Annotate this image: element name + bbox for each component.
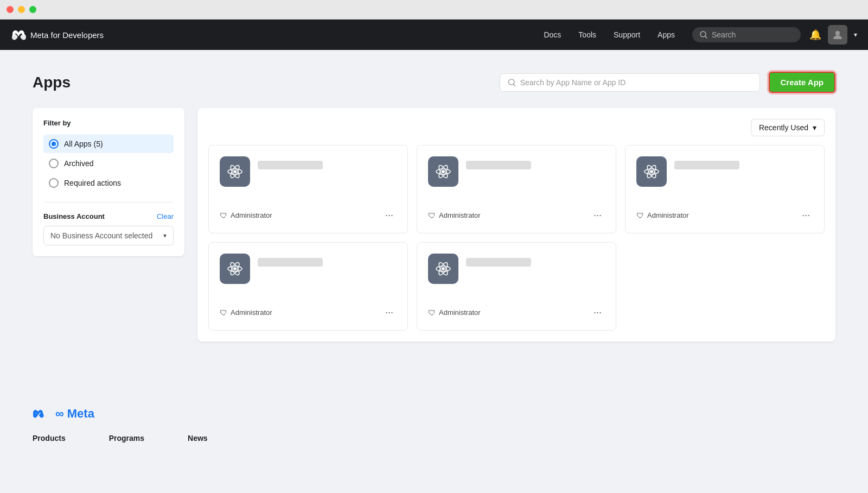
filter-label-all-apps: All Apps (5): [64, 140, 103, 148]
app-card-bottom: 🛡 Administrator ···: [428, 306, 605, 319]
app-icon: [428, 254, 458, 284]
body-layout: Filter by All Apps (5) Archived Required…: [33, 108, 835, 342]
topnav-search-input[interactable]: [712, 30, 793, 39]
avatar[interactable]: [828, 25, 847, 45]
filter-option-all-apps[interactable]: All Apps (5): [43, 135, 174, 153]
close-button[interactable]: [7, 6, 14, 13]
topnav-search-bar[interactable]: [692, 27, 801, 42]
nav-apps[interactable]: Apps: [658, 30, 675, 39]
radio-inner: [52, 142, 56, 146]
app-card[interactable]: 🛡 Administrator ···: [208, 145, 408, 233]
app-search-input[interactable]: [520, 78, 752, 87]
business-account-header: Business Account Clear: [43, 212, 174, 220]
sidebar-filter: Filter by All Apps (5) Archived Required…: [33, 108, 184, 256]
app-card-top: [428, 254, 605, 284]
main-content: Apps Create App Filter by All Apps (5): [0, 50, 868, 363]
app-card[interactable]: 🛡 Administrator ···: [625, 145, 825, 233]
app-more-menu[interactable]: ···: [590, 208, 605, 222]
atom-icon: [643, 163, 660, 180]
bell-icon[interactable]: 🔔: [809, 29, 821, 41]
app-more-menu[interactable]: ···: [382, 208, 397, 222]
svg-point-9: [442, 170, 445, 173]
app-search-bar[interactable]: [500, 73, 760, 92]
create-app-button[interactable]: Create App: [769, 72, 835, 93]
radio-required-actions: [49, 178, 59, 188]
app-name-placeholder: [258, 258, 323, 267]
atom-icon: [435, 260, 452, 277]
nav-docs[interactable]: Docs: [544, 30, 561, 39]
page-title: Apps: [33, 74, 71, 91]
app-card[interactable]: 🛡 Administrator ···: [208, 242, 408, 331]
app-more-menu[interactable]: ···: [799, 208, 813, 222]
app-role-label: Administrator: [439, 308, 481, 317]
maximize-button[interactable]: [29, 6, 36, 13]
app-role: 🛡 Administrator: [220, 308, 272, 317]
nav-tools[interactable]: Tools: [578, 30, 596, 39]
shield-icon: 🛡: [220, 211, 227, 220]
app-name-placeholder: [674, 161, 739, 169]
dropdown-chevron-icon: ▾: [163, 232, 167, 239]
app-role-label: Administrator: [231, 211, 272, 219]
filter-label-archived: Archived: [64, 159, 93, 168]
window-chrome: [0, 0, 868, 20]
topnav: Meta for Developers Docs Tools Support A…: [0, 20, 868, 50]
app-icon: [636, 156, 667, 187]
svg-point-2: [835, 31, 840, 35]
logo: Meta for Developers: [11, 27, 544, 42]
app-more-menu[interactable]: ···: [590, 306, 605, 319]
atom-icon: [435, 163, 452, 180]
app-name-placeholder: [466, 258, 531, 267]
svg-line-1: [705, 36, 707, 38]
filter-option-required-actions[interactable]: Required actions: [43, 174, 174, 192]
footer-logo: ∞ Meta: [33, 407, 835, 421]
svg-point-17: [233, 267, 237, 270]
footer-columns: Products Programs News: [33, 434, 835, 447]
app-role: 🛡 Administrator: [428, 211, 481, 220]
app-role-label: Administrator: [439, 211, 481, 219]
business-account-placeholder: No Business Account selected: [50, 231, 152, 240]
business-account-label: Business Account: [43, 212, 105, 220]
app-icon: [220, 156, 250, 187]
page-header-right: Create App: [500, 72, 835, 93]
page-header: Apps Create App: [33, 72, 835, 93]
shield-icon: 🛡: [220, 308, 227, 317]
app-card-top: [428, 156, 605, 187]
app-card[interactable]: 🛡 Administrator ···: [417, 145, 616, 233]
atom-icon: [226, 163, 244, 180]
radio-archived: [49, 159, 59, 168]
sort-chevron-icon: ▾: [813, 123, 816, 132]
sort-dropdown[interactable]: Recently Used ▾: [751, 119, 825, 136]
shield-icon: 🛡: [428, 308, 436, 317]
footer-col-products: Products: [33, 434, 66, 447]
svg-point-13: [650, 170, 653, 173]
minimize-button[interactable]: [18, 6, 25, 13]
nav-support[interactable]: Support: [614, 30, 640, 39]
topnav-links: Docs Tools Support Apps: [544, 30, 675, 39]
app-card[interactable]: 🛡 Administrator ···: [417, 242, 616, 331]
footer-col-programs: Programs: [109, 434, 144, 447]
app-card-top: [220, 254, 397, 284]
app-name-placeholder: [466, 161, 531, 169]
footer-col-news: News: [188, 434, 208, 447]
svg-line-4: [513, 84, 515, 85]
user-menu-chevron-icon[interactable]: ▾: [854, 31, 857, 39]
filter-heading: Filter by: [43, 119, 174, 127]
svg-point-5: [233, 170, 237, 173]
footer-programs-title: Programs: [109, 434, 144, 443]
app-more-menu[interactable]: ···: [382, 306, 397, 319]
svg-point-21: [442, 267, 445, 270]
atom-icon: [226, 260, 244, 277]
radio-all-apps: [49, 139, 59, 149]
business-account-dropdown[interactable]: No Business Account selected ▾: [43, 226, 174, 245]
filter-option-archived[interactable]: Archived: [43, 154, 174, 173]
shield-icon: 🛡: [428, 211, 436, 220]
app-card-top: [220, 156, 397, 187]
app-role: 🛡 Administrator: [220, 211, 272, 220]
apps-area: Recently Used ▾: [197, 108, 835, 342]
app-card-bottom: 🛡 Administrator ···: [220, 208, 397, 222]
meta-footer-logo-icon: [33, 408, 52, 419]
clear-link[interactable]: Clear: [157, 212, 174, 220]
app-name-placeholder: [258, 161, 323, 169]
search-icon: [508, 78, 516, 87]
app-role: 🛡 Administrator: [636, 211, 689, 220]
